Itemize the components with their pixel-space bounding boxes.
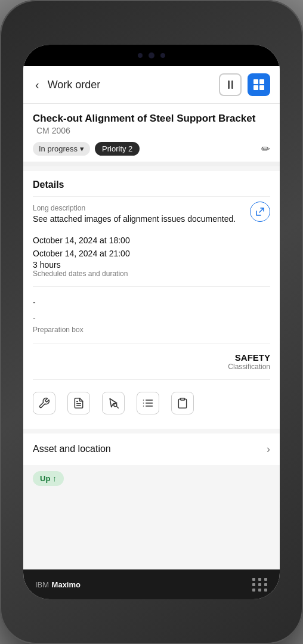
tools-button[interactable] [33,392,55,414]
tools-icon [38,397,50,409]
long-description-label: Long description [33,204,244,212]
up-status-tag: Up ↑ [33,471,64,486]
priority-badge: Priority 2 [95,142,140,156]
screen-content: ‹ Work order [23,66,280,569]
notch-camera [149,52,154,58]
dot7 [252,589,255,592]
status-label: In progress [39,144,78,153]
edit-button[interactable]: ✏ [261,143,270,156]
pause-line-left [228,80,230,89]
bottom-bar: IBM Maximo [23,569,280,599]
dot1 [252,578,255,581]
prep-block: - - Preparation box [33,295,270,343]
back-button[interactable]: ‹ [33,76,42,94]
work-order-id: CM 2006 [36,126,70,135]
dot6 [264,583,267,586]
notch-dot-right [160,53,165,58]
description-text: Long description See attached images of … [33,204,250,225]
notch-area [23,45,280,66]
expand-icon [256,208,264,216]
ibm-prefix: IBM [35,580,49,589]
notch-dot-left [138,53,143,58]
classification-text: SAFETY Classification [228,352,270,371]
phone-frame: ‹ Work order [0,0,303,644]
dot3 [264,578,267,581]
grid-sq2 [259,79,264,84]
dot5 [258,583,261,586]
pause-button[interactable] [219,73,242,96]
grid-sq4 [259,85,264,90]
asset-section[interactable]: Asset and location › [23,434,280,465]
pause-line-right [231,80,233,89]
grid-icon [253,79,264,90]
work-order-title-row: Check-out Alignment of Steel Support Bra… [33,112,270,136]
dates-label: Scheduled dates and duration [33,270,270,278]
expand-button[interactable] [250,202,270,222]
notch [107,47,196,64]
prep-dash2: - [33,311,270,326]
description-row: Long description See attached images of … [33,204,270,225]
details-section: Details Long description See attached im… [23,171,280,429]
up-label: Up [40,474,50,483]
grid-sq1 [253,79,258,84]
phone-screen: ‹ Work order [23,45,280,599]
dropdown-arrow: ▾ [80,144,84,153]
long-description-value: See attached images of alignment issues … [33,213,244,225]
cursor-icon [107,397,119,409]
classification-block: SAFETY Classification [33,352,270,380]
list-button[interactable] [137,392,159,414]
svg-point-2 [114,404,117,407]
pause-icon [228,80,233,89]
brand-logo: IBM Maximo [35,579,81,590]
prep-label: Preparation box [33,326,270,334]
prep-dash1: - [33,295,270,310]
apps-icon[interactable] [252,578,268,592]
badges-row: In progress ▾ Priority 2 ✏ [33,142,270,156]
header-title: Work order [48,79,213,91]
classification-label: Classification [228,363,270,371]
dot2 [258,578,261,581]
duration: 3 hours [33,260,270,270]
work-order-section: Check-out Alignment of Steel Support Bra… [23,104,280,166]
app-header: ‹ Work order [23,66,280,104]
dot4 [252,583,255,586]
grid-sq3 [253,85,258,90]
document-icon [73,397,85,409]
cursor-button[interactable] [102,392,125,414]
dot9 [264,589,267,592]
end-date: October 14, 2024 at 21:00 [33,247,270,260]
icons-row [33,388,270,420]
document-button[interactable] [67,392,90,414]
work-order-title: Check-out Alignment of Steel Support Bra… [33,113,255,124]
svg-line-3 [117,407,119,408]
status-badge[interactable]: In progress ▾ [33,142,90,156]
clipboard-button[interactable] [171,392,194,414]
up-arrow: ↑ [52,474,57,483]
status-tag-container: Up ↑ [23,465,280,492]
dates-block: October 14, 2024 at 18:00 October 14, 20… [33,234,270,287]
asset-title: Asset and location [33,444,111,454]
list-icon [142,397,154,409]
section-title: Details [33,179,270,197]
maximo-label: Maximo [52,580,81,589]
classification-title: SAFETY [228,352,270,363]
dot8 [258,589,261,592]
asset-chevron: › [267,443,270,456]
clipboard-icon [177,397,188,409]
start-date: October 14, 2024 at 18:00 [33,234,270,247]
svg-rect-10 [181,398,185,400]
grid-button[interactable] [248,73,270,96]
